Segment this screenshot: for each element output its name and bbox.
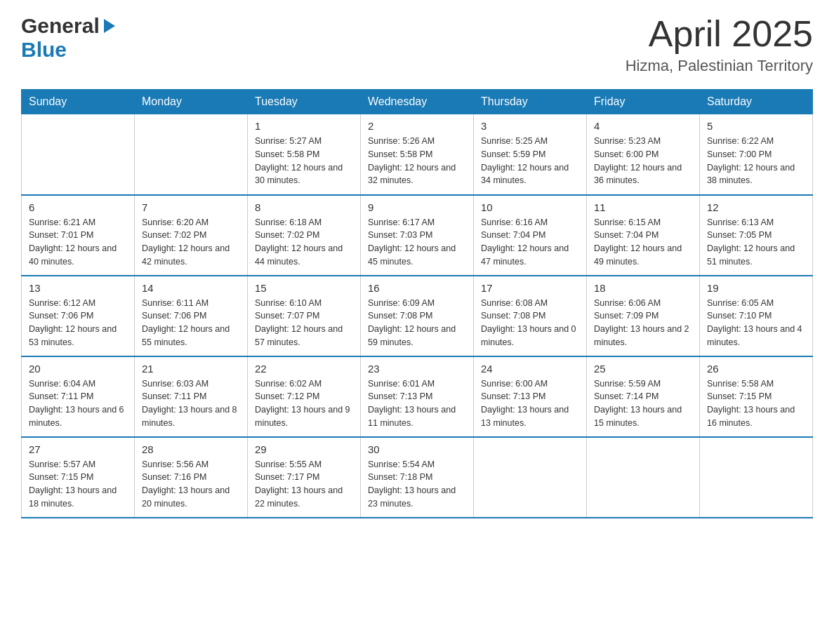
day-number: 26: [707, 363, 805, 375]
calendar-day-cell: 3Sunrise: 5:25 AMSunset: 5:59 PMDaylight…: [474, 114, 587, 195]
day-number: 15: [255, 282, 353, 294]
calendar-day-cell: 20Sunrise: 6:04 AMSunset: 7:11 PMDayligh…: [22, 356, 135, 437]
calendar-day-cell: 12Sunrise: 6:13 AMSunset: 7:05 PMDayligh…: [700, 195, 813, 276]
calendar-day-cell: [700, 437, 813, 518]
calendar-day-cell: 7Sunrise: 6:20 AMSunset: 7:02 PMDaylight…: [135, 195, 248, 276]
logo-general-text: General: [21, 14, 100, 38]
day-number: 24: [481, 363, 579, 375]
day-number: 10: [481, 201, 579, 213]
day-number: 29: [255, 443, 353, 455]
day-info: Sunrise: 6:02 AMSunset: 7:12 PMDaylight:…: [255, 377, 353, 430]
day-number: 8: [255, 201, 353, 213]
calendar-day-cell: 27Sunrise: 5:57 AMSunset: 7:15 PMDayligh…: [22, 437, 135, 518]
header-friday: Friday: [587, 90, 700, 114]
calendar-day-cell: 24Sunrise: 6:00 AMSunset: 7:13 PMDayligh…: [474, 356, 587, 437]
day-number: 16: [368, 282, 466, 294]
calendar-day-cell: 10Sunrise: 6:16 AMSunset: 7:04 PMDayligh…: [474, 195, 587, 276]
day-number: 14: [142, 282, 240, 294]
calendar-day-cell: 18Sunrise: 6:06 AMSunset: 7:09 PMDayligh…: [587, 276, 700, 356]
calendar-day-cell: 15Sunrise: 6:10 AMSunset: 7:07 PMDayligh…: [248, 276, 361, 356]
calendar-subtitle: Hizma, Palestinian Territory: [626, 57, 813, 75]
day-info: Sunrise: 6:09 AMSunset: 7:08 PMDaylight:…: [368, 297, 466, 349]
calendar-day-cell: 2Sunrise: 5:26 AMSunset: 5:58 PMDaylight…: [361, 114, 474, 195]
day-info: Sunrise: 6:13 AMSunset: 7:05 PMDaylight:…: [707, 216, 805, 269]
day-info: Sunrise: 6:10 AMSunset: 7:07 PMDaylight:…: [255, 297, 353, 349]
calendar-day-cell: 9Sunrise: 6:17 AMSunset: 7:03 PMDaylight…: [361, 195, 474, 276]
calendar-day-cell: 29Sunrise: 5:55 AMSunset: 7:17 PMDayligh…: [248, 437, 361, 518]
day-number: 4: [594, 120, 692, 132]
day-number: 18: [594, 282, 692, 294]
day-info: Sunrise: 5:23 AMSunset: 6:00 PMDaylight:…: [594, 135, 692, 187]
day-info: Sunrise: 5:56 AMSunset: 7:16 PMDaylight:…: [142, 458, 240, 511]
day-info: Sunrise: 6:08 AMSunset: 7:08 PMDaylight:…: [481, 297, 579, 349]
calendar-week-row: 13Sunrise: 6:12 AMSunset: 7:06 PMDayligh…: [22, 276, 813, 356]
day-info: Sunrise: 6:21 AMSunset: 7:01 PMDaylight:…: [29, 216, 127, 269]
calendar-day-cell: [22, 114, 135, 195]
day-info: Sunrise: 6:20 AMSunset: 7:02 PMDaylight:…: [142, 216, 240, 269]
day-info: Sunrise: 6:15 AMSunset: 7:04 PMDaylight:…: [594, 216, 692, 269]
day-number: 5: [707, 120, 805, 132]
day-info: Sunrise: 6:18 AMSunset: 7:02 PMDaylight:…: [255, 216, 353, 269]
calendar-header-row: Sunday Monday Tuesday Wednesday Thursday…: [22, 90, 813, 114]
header-sunday: Sunday: [22, 90, 135, 114]
day-info: Sunrise: 5:57 AMSunset: 7:15 PMDaylight:…: [29, 458, 127, 511]
day-info: Sunrise: 5:27 AMSunset: 5:58 PMDaylight:…: [255, 135, 353, 187]
day-info: Sunrise: 6:00 AMSunset: 7:13 PMDaylight:…: [481, 377, 579, 430]
calendar-day-cell: 16Sunrise: 6:09 AMSunset: 7:08 PMDayligh…: [361, 276, 474, 356]
day-info: Sunrise: 6:11 AMSunset: 7:06 PMDaylight:…: [142, 297, 240, 349]
day-number: 23: [368, 363, 466, 375]
calendar-table: Sunday Monday Tuesday Wednesday Thursday…: [21, 89, 813, 518]
calendar-day-cell: 14Sunrise: 6:11 AMSunset: 7:06 PMDayligh…: [135, 276, 248, 356]
day-info: Sunrise: 6:01 AMSunset: 7:13 PMDaylight:…: [368, 377, 466, 430]
day-number: 6: [29, 201, 127, 213]
title-section: April 2025 Hizma, Palestinian Territory: [626, 14, 813, 75]
calendar-week-row: 27Sunrise: 5:57 AMSunset: 7:15 PMDayligh…: [22, 437, 813, 518]
calendar-day-cell: 19Sunrise: 6:05 AMSunset: 7:10 PMDayligh…: [700, 276, 813, 356]
calendar-day-cell: 17Sunrise: 6:08 AMSunset: 7:08 PMDayligh…: [474, 276, 587, 356]
day-number: 11: [594, 201, 692, 213]
calendar-day-cell: 22Sunrise: 6:02 AMSunset: 7:12 PMDayligh…: [248, 356, 361, 437]
calendar-day-cell: [135, 114, 248, 195]
day-number: 19: [707, 282, 805, 294]
calendar-day-cell: 25Sunrise: 5:59 AMSunset: 7:14 PMDayligh…: [587, 356, 700, 437]
day-number: 13: [29, 282, 127, 294]
day-info: Sunrise: 6:03 AMSunset: 7:11 PMDaylight:…: [142, 377, 240, 430]
day-info: Sunrise: 6:17 AMSunset: 7:03 PMDaylight:…: [368, 216, 466, 269]
day-number: 27: [29, 443, 127, 455]
day-number: 12: [707, 201, 805, 213]
day-info: Sunrise: 5:59 AMSunset: 7:14 PMDaylight:…: [594, 377, 692, 430]
calendar-day-cell: 26Sunrise: 5:58 AMSunset: 7:15 PMDayligh…: [700, 356, 813, 437]
day-number: 7: [142, 201, 240, 213]
calendar-day-cell: 23Sunrise: 6:01 AMSunset: 7:13 PMDayligh…: [361, 356, 474, 437]
calendar-day-cell: 1Sunrise: 5:27 AMSunset: 5:58 PMDaylight…: [248, 114, 361, 195]
calendar-day-cell: 5Sunrise: 6:22 AMSunset: 7:00 PMDaylight…: [700, 114, 813, 195]
header-saturday: Saturday: [700, 90, 813, 114]
day-info: Sunrise: 5:58 AMSunset: 7:15 PMDaylight:…: [707, 377, 805, 430]
day-number: 21: [142, 363, 240, 375]
day-number: 28: [142, 443, 240, 455]
day-number: 2: [368, 120, 466, 132]
day-info: Sunrise: 6:16 AMSunset: 7:04 PMDaylight:…: [481, 216, 579, 269]
day-number: 25: [594, 363, 692, 375]
calendar-day-cell: 21Sunrise: 6:03 AMSunset: 7:11 PMDayligh…: [135, 356, 248, 437]
calendar-day-cell: [474, 437, 587, 518]
day-info: Sunrise: 6:12 AMSunset: 7:06 PMDaylight:…: [29, 297, 127, 349]
calendar-week-row: 20Sunrise: 6:04 AMSunset: 7:11 PMDayligh…: [22, 356, 813, 437]
calendar-day-cell: 4Sunrise: 5:23 AMSunset: 6:00 PMDaylight…: [587, 114, 700, 195]
day-info: Sunrise: 6:04 AMSunset: 7:11 PMDaylight:…: [29, 377, 127, 430]
calendar-week-row: 6Sunrise: 6:21 AMSunset: 7:01 PMDaylight…: [22, 195, 813, 276]
day-number: 1: [255, 120, 353, 132]
calendar-day-cell: 13Sunrise: 6:12 AMSunset: 7:06 PMDayligh…: [22, 276, 135, 356]
day-number: 17: [481, 282, 579, 294]
day-number: 20: [29, 363, 127, 375]
page-header: General Blue April 2025 Hizma, Palestini…: [21, 14, 813, 75]
day-info: Sunrise: 5:54 AMSunset: 7:18 PMDaylight:…: [368, 458, 466, 511]
day-number: 30: [368, 443, 466, 455]
calendar-week-row: 1Sunrise: 5:27 AMSunset: 5:58 PMDaylight…: [22, 114, 813, 195]
day-info: Sunrise: 6:22 AMSunset: 7:00 PMDaylight:…: [707, 135, 805, 187]
header-tuesday: Tuesday: [248, 90, 361, 114]
day-number: 9: [368, 201, 466, 213]
calendar-day-cell: 8Sunrise: 6:18 AMSunset: 7:02 PMDaylight…: [248, 195, 361, 276]
day-number: 22: [255, 363, 353, 375]
calendar-day-cell: [587, 437, 700, 518]
